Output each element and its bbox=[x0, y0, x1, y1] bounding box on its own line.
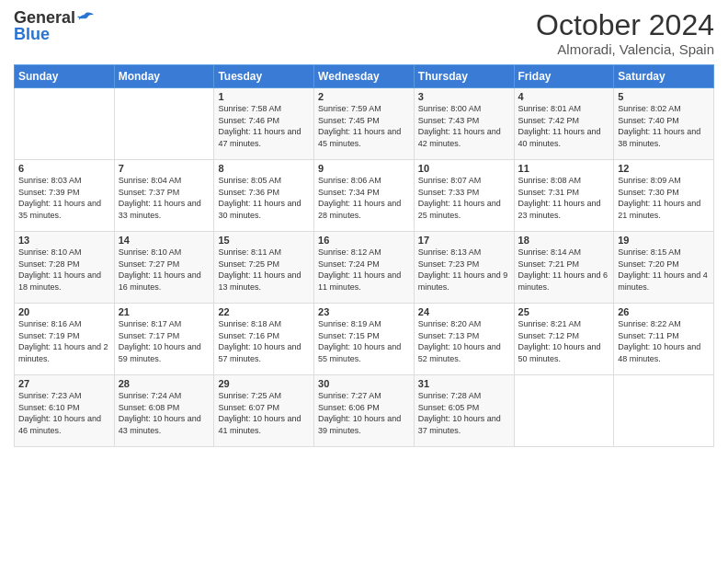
day-info: Sunrise: 8:17 AM Sunset: 7:17 PM Dayligh… bbox=[119, 318, 210, 364]
day-number: 24 bbox=[418, 306, 510, 317]
page: General Blue October 2024 Almoradi, Vale… bbox=[0, 0, 728, 563]
calendar-cell: 20Sunrise: 8:16 AM Sunset: 7:19 PM Dayli… bbox=[15, 304, 115, 375]
day-info: Sunrise: 8:05 AM Sunset: 7:36 PM Dayligh… bbox=[218, 175, 310, 221]
calendar-cell: 29Sunrise: 7:25 AM Sunset: 6:07 PM Dayli… bbox=[214, 375, 314, 447]
day-info: Sunrise: 8:08 AM Sunset: 7:31 PM Dayligh… bbox=[518, 175, 610, 221]
day-info: Sunrise: 7:24 AM Sunset: 6:08 PM Dayligh… bbox=[119, 390, 210, 436]
day-number: 13 bbox=[18, 235, 110, 246]
day-info: Sunrise: 7:58 AM Sunset: 7:46 PM Dayligh… bbox=[218, 103, 310, 149]
calendar-cell bbox=[614, 375, 714, 447]
calendar-cell: 23Sunrise: 8:19 AM Sunset: 7:15 PM Dayli… bbox=[314, 304, 415, 375]
day-info: Sunrise: 8:04 AM Sunset: 7:37 PM Dayligh… bbox=[119, 175, 210, 221]
calendar-cell: 28Sunrise: 7:24 AM Sunset: 6:08 PM Dayli… bbox=[114, 375, 214, 447]
day-number: 2 bbox=[318, 91, 410, 102]
calendar-cell: 1Sunrise: 7:58 AM Sunset: 7:46 PM Daylig… bbox=[214, 88, 314, 160]
day-number: 15 bbox=[218, 235, 310, 246]
day-number: 22 bbox=[218, 306, 310, 317]
calendar-cell: 22Sunrise: 8:18 AM Sunset: 7:16 PM Dayli… bbox=[214, 304, 314, 375]
day-info: Sunrise: 7:25 AM Sunset: 6:07 PM Dayligh… bbox=[218, 390, 310, 436]
day-header-tuesday: Tuesday bbox=[214, 65, 314, 88]
day-number: 25 bbox=[518, 306, 610, 317]
day-number: 8 bbox=[218, 163, 310, 174]
month-title: October 2024 bbox=[536, 9, 714, 41]
calendar-cell bbox=[514, 375, 614, 447]
logo-general-text: General bbox=[14, 9, 75, 26]
calendar-cell: 16Sunrise: 8:12 AM Sunset: 7:24 PM Dayli… bbox=[314, 232, 415, 304]
day-header-saturday: Saturday bbox=[614, 65, 714, 88]
calendar-week-row: 1Sunrise: 7:58 AM Sunset: 7:46 PM Daylig… bbox=[15, 88, 714, 160]
calendar-cell: 14Sunrise: 8:10 AM Sunset: 7:27 PM Dayli… bbox=[114, 232, 214, 304]
day-number: 5 bbox=[618, 91, 710, 102]
calendar-week-row: 6Sunrise: 8:03 AM Sunset: 7:39 PM Daylig… bbox=[15, 160, 714, 232]
calendar-table: SundayMondayTuesdayWednesdayThursdayFrid… bbox=[14, 64, 714, 447]
calendar-cell: 21Sunrise: 8:17 AM Sunset: 7:17 PM Dayli… bbox=[114, 304, 214, 375]
day-number: 7 bbox=[119, 163, 210, 174]
day-number: 10 bbox=[418, 163, 510, 174]
calendar-cell: 25Sunrise: 8:21 AM Sunset: 7:12 PM Dayli… bbox=[514, 304, 614, 375]
calendar-cell: 17Sunrise: 8:13 AM Sunset: 7:23 PM Dayli… bbox=[414, 232, 514, 304]
day-number: 3 bbox=[418, 91, 510, 102]
day-info: Sunrise: 8:20 AM Sunset: 7:13 PM Dayligh… bbox=[418, 318, 510, 364]
calendar-cell: 12Sunrise: 8:09 AM Sunset: 7:30 PM Dayli… bbox=[614, 160, 714, 232]
day-info: Sunrise: 8:19 AM Sunset: 7:15 PM Dayligh… bbox=[318, 318, 410, 364]
day-info: Sunrise: 7:27 AM Sunset: 6:06 PM Dayligh… bbox=[318, 390, 410, 436]
calendar-cell: 26Sunrise: 8:22 AM Sunset: 7:11 PM Dayli… bbox=[614, 304, 714, 375]
day-info: Sunrise: 8:13 AM Sunset: 7:23 PM Dayligh… bbox=[418, 247, 510, 293]
calendar-cell: 4Sunrise: 8:01 AM Sunset: 7:42 PM Daylig… bbox=[514, 88, 614, 160]
day-number: 12 bbox=[618, 163, 710, 174]
day-number: 27 bbox=[18, 378, 110, 389]
calendar-header-row: SundayMondayTuesdayWednesdayThursdayFrid… bbox=[15, 65, 714, 88]
day-info: Sunrise: 7:28 AM Sunset: 6:05 PM Dayligh… bbox=[418, 390, 510, 436]
day-info: Sunrise: 8:03 AM Sunset: 7:39 PM Dayligh… bbox=[18, 175, 110, 221]
header: General Blue October 2024 Almoradi, Vale… bbox=[14, 9, 714, 57]
day-info: Sunrise: 8:00 AM Sunset: 7:43 PM Dayligh… bbox=[418, 103, 510, 149]
calendar-cell: 24Sunrise: 8:20 AM Sunset: 7:13 PM Dayli… bbox=[414, 304, 514, 375]
day-info: Sunrise: 8:18 AM Sunset: 7:16 PM Dayligh… bbox=[218, 318, 310, 364]
day-header-thursday: Thursday bbox=[414, 65, 514, 88]
day-info: Sunrise: 8:11 AM Sunset: 7:25 PM Dayligh… bbox=[218, 247, 310, 293]
calendar-cell bbox=[114, 88, 214, 160]
calendar-cell: 19Sunrise: 8:15 AM Sunset: 7:20 PM Dayli… bbox=[614, 232, 714, 304]
day-info: Sunrise: 8:22 AM Sunset: 7:11 PM Dayligh… bbox=[618, 318, 710, 364]
day-number: 9 bbox=[318, 163, 410, 174]
calendar-cell: 31Sunrise: 7:28 AM Sunset: 6:05 PM Dayli… bbox=[414, 375, 514, 447]
calendar-cell: 6Sunrise: 8:03 AM Sunset: 7:39 PM Daylig… bbox=[15, 160, 115, 232]
day-info: Sunrise: 8:02 AM Sunset: 7:40 PM Dayligh… bbox=[618, 103, 710, 149]
day-number: 31 bbox=[418, 378, 510, 389]
calendar-cell: 11Sunrise: 8:08 AM Sunset: 7:31 PM Dayli… bbox=[514, 160, 614, 232]
day-info: Sunrise: 8:14 AM Sunset: 7:21 PM Dayligh… bbox=[518, 247, 610, 293]
day-number: 4 bbox=[518, 91, 610, 102]
day-info: Sunrise: 8:10 AM Sunset: 7:28 PM Dayligh… bbox=[18, 247, 110, 293]
day-number: 11 bbox=[518, 163, 610, 174]
title-block: October 2024 Almoradi, Valencia, Spain bbox=[536, 9, 714, 57]
day-number: 29 bbox=[218, 378, 310, 389]
day-number: 21 bbox=[119, 306, 210, 317]
day-info: Sunrise: 8:15 AM Sunset: 7:20 PM Dayligh… bbox=[618, 247, 710, 293]
calendar-cell bbox=[15, 88, 115, 160]
day-info: Sunrise: 8:01 AM Sunset: 7:42 PM Dayligh… bbox=[518, 103, 610, 149]
calendar-cell: 7Sunrise: 8:04 AM Sunset: 7:37 PM Daylig… bbox=[114, 160, 214, 232]
calendar-cell: 10Sunrise: 8:07 AM Sunset: 7:33 PM Dayli… bbox=[414, 160, 514, 232]
calendar-cell: 5Sunrise: 8:02 AM Sunset: 7:40 PM Daylig… bbox=[614, 88, 714, 160]
day-info: Sunrise: 8:16 AM Sunset: 7:19 PM Dayligh… bbox=[18, 318, 110, 364]
calendar-cell: 2Sunrise: 7:59 AM Sunset: 7:45 PM Daylig… bbox=[314, 88, 415, 160]
logo-bird-icon bbox=[77, 11, 94, 24]
day-info: Sunrise: 8:09 AM Sunset: 7:30 PM Dayligh… bbox=[618, 175, 710, 221]
day-header-sunday: Sunday bbox=[15, 65, 115, 88]
calendar-cell: 3Sunrise: 8:00 AM Sunset: 7:43 PM Daylig… bbox=[414, 88, 514, 160]
location: Almoradi, Valencia, Spain bbox=[536, 41, 714, 57]
calendar-cell: 30Sunrise: 7:27 AM Sunset: 6:06 PM Dayli… bbox=[314, 375, 415, 447]
day-number: 1 bbox=[218, 91, 310, 102]
day-info: Sunrise: 8:10 AM Sunset: 7:27 PM Dayligh… bbox=[119, 247, 210, 293]
day-number: 30 bbox=[318, 378, 410, 389]
day-info: Sunrise: 8:07 AM Sunset: 7:33 PM Dayligh… bbox=[418, 175, 510, 221]
day-info: Sunrise: 8:12 AM Sunset: 7:24 PM Dayligh… bbox=[318, 247, 410, 293]
calendar-week-row: 13Sunrise: 8:10 AM Sunset: 7:28 PM Dayli… bbox=[15, 232, 714, 304]
day-number: 18 bbox=[518, 235, 610, 246]
day-info: Sunrise: 8:06 AM Sunset: 7:34 PM Dayligh… bbox=[318, 175, 410, 221]
calendar-cell: 27Sunrise: 7:23 AM Sunset: 6:10 PM Dayli… bbox=[15, 375, 115, 447]
calendar-cell: 15Sunrise: 8:11 AM Sunset: 7:25 PM Dayli… bbox=[214, 232, 314, 304]
day-header-wednesday: Wednesday bbox=[314, 65, 415, 88]
calendar-cell: 8Sunrise: 8:05 AM Sunset: 7:36 PM Daylig… bbox=[214, 160, 314, 232]
day-number: 17 bbox=[418, 235, 510, 246]
